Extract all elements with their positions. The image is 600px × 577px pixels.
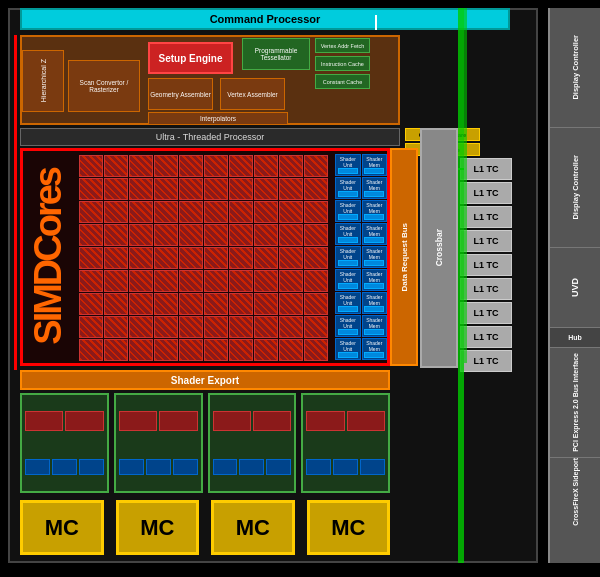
simd-cell <box>279 339 303 361</box>
simd-cell <box>154 224 178 246</box>
l1tc-box: L1 TC <box>460 278 512 300</box>
simd-cell <box>129 293 153 315</box>
mc-area: MCMCMCMC <box>20 500 390 555</box>
simd-cell <box>254 270 278 292</box>
simd-cell <box>304 316 328 338</box>
shader-unit-box: Shader Unit <box>335 315 361 337</box>
shader-unit-box: Shader Unit <box>335 200 361 222</box>
shader-units: Shader UnitShader MemShader UnitShader M… <box>333 152 389 367</box>
simd-cell <box>129 201 153 223</box>
shader-unit-box: Shader Unit <box>335 154 361 176</box>
simd-cell <box>129 247 153 269</box>
simd-cell <box>204 316 228 338</box>
hub-label: Hub <box>550 328 600 348</box>
command-processor: Command Processor <box>20 8 510 30</box>
simd-cell <box>79 201 103 223</box>
mem-interface-box <box>114 393 203 493</box>
crossfire-sideport: CrossFireX Sideport <box>550 458 600 526</box>
simd-cell <box>104 270 128 292</box>
shader-unit-box: Shader Unit <box>335 338 361 360</box>
simd-cell <box>129 316 153 338</box>
shader-unit-group: Shader UnitShader Mem <box>335 292 387 314</box>
simd-cell <box>254 155 278 177</box>
simd-cell <box>304 155 328 177</box>
simd-row <box>79 339 328 361</box>
simd-cell <box>79 339 103 361</box>
simd-cell <box>254 201 278 223</box>
simd-row <box>79 178 328 200</box>
simd-cell <box>304 178 328 200</box>
simd-cell <box>79 316 103 338</box>
simd-cell <box>154 155 178 177</box>
shader-unit-box: Shader Mem <box>362 200 388 222</box>
simd-cell <box>154 201 178 223</box>
simd-row <box>79 224 328 246</box>
l1tc-box: L1 TC <box>460 254 512 276</box>
simd-cell <box>154 293 178 315</box>
setup-engine: Setup Engine <box>148 42 233 74</box>
vertex-assembler: Vertex Assembler <box>220 78 285 110</box>
simd-cell <box>204 339 228 361</box>
simd-cell <box>254 224 278 246</box>
simd-cell <box>179 247 203 269</box>
shader-unit-box: Shader Unit <box>335 246 361 268</box>
mem-interface-box <box>20 393 109 493</box>
simd-cell <box>304 270 328 292</box>
l1tc-box: L1 TC <box>460 206 512 228</box>
simd-cell <box>304 201 328 223</box>
simd-cell <box>79 155 103 177</box>
simd-cell <box>79 178 103 200</box>
simd-cell <box>254 247 278 269</box>
simd-cell <box>279 270 303 292</box>
simd-cell <box>179 339 203 361</box>
scan-converter: Scan Convertor / Rasterizer <box>68 60 140 112</box>
pci-express: PCI Express 2.0 Bus Interface <box>550 348 600 458</box>
simd-row <box>79 270 328 292</box>
simd-cell <box>254 339 278 361</box>
simd-cell <box>129 178 153 200</box>
simd-cell <box>229 201 253 223</box>
l1tc-area: L1 TCL1 TCL1 TCL1 TCL1 TCL1 TCL1 TCL1 TC… <box>460 158 512 372</box>
l1tc-box: L1 TC <box>460 326 512 348</box>
shader-unit-box: Shader Mem <box>362 154 388 176</box>
shader-unit-box: Shader Mem <box>362 338 388 360</box>
simd-cell <box>279 224 303 246</box>
simd-cell <box>179 270 203 292</box>
simd-cell <box>204 155 228 177</box>
hierarchical-z: Hierarchical Z <box>22 50 64 112</box>
simd-cell <box>129 224 153 246</box>
shader-unit-box: Shader Mem <box>362 246 388 268</box>
simd-cell <box>204 293 228 315</box>
simd-row <box>79 293 328 315</box>
simd-cell <box>129 155 153 177</box>
shader-unit-box: Shader Unit <box>335 223 361 245</box>
mem-interface-box <box>301 393 390 493</box>
simd-cell <box>229 316 253 338</box>
simd-cell <box>104 293 128 315</box>
mc-box: MC <box>307 500 391 555</box>
ultra-threaded-processor: Ultra - Threaded Processor <box>20 128 400 146</box>
simd-label: SIMDCores <box>22 152 74 362</box>
mc-box: MC <box>211 500 295 555</box>
simd-cell <box>154 316 178 338</box>
l1tc-box: L1 TC <box>460 158 512 180</box>
simd-cell <box>254 178 278 200</box>
simd-cell <box>154 178 178 200</box>
prog-tessellator: Programmable Tessellator <box>242 38 310 70</box>
simd-rows <box>76 152 331 367</box>
simd-cell <box>104 316 128 338</box>
simd-cell <box>154 339 178 361</box>
simd-row <box>79 201 328 223</box>
simd-cell <box>229 247 253 269</box>
simd-cell <box>79 293 103 315</box>
simd-cell <box>279 178 303 200</box>
simd-cell <box>304 339 328 361</box>
simd-cell <box>304 224 328 246</box>
shader-unit-group: Shader UnitShader Mem <box>335 223 387 245</box>
simd-cell <box>204 270 228 292</box>
geometry-assembler: Geometry Assembler <box>148 78 213 110</box>
shader-unit-group: Shader UnitShader Mem <box>335 315 387 337</box>
simd-cell <box>304 247 328 269</box>
simd-cell <box>229 270 253 292</box>
memory-interface-area <box>20 393 390 493</box>
